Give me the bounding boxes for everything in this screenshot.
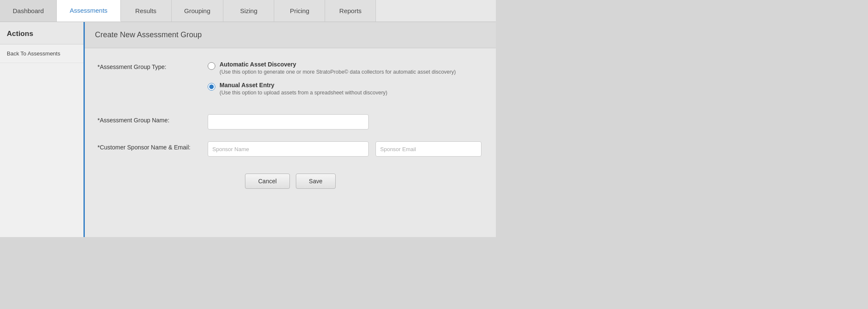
sidebar: Actions Back To Assessments — [0, 22, 85, 237]
tab-assessments[interactable]: Assessments — [57, 0, 120, 22]
content-body: *Assessment Group Type: Automatic Asset … — [85, 48, 496, 201]
sidebar-actions-header: Actions — [0, 22, 83, 44]
sidebar-item-back-to-assessments[interactable]: Back To Assessments — [0, 44, 83, 63]
tab-pricing[interactable]: Pricing — [274, 0, 325, 22]
tab-sizing[interactable]: Sizing — [223, 0, 274, 22]
sponsor-name-input[interactable] — [208, 141, 369, 157]
sponsor-email-input[interactable] — [376, 141, 481, 157]
sponsor-controls — [208, 141, 483, 157]
radio-automatic-label-block: Automatic Asset Discovery (Use this opti… — [220, 61, 456, 75]
radio-automatic[interactable] — [208, 62, 215, 70]
radio-manual-label-block: Manual Asset Entry (Use this option to u… — [220, 82, 387, 96]
content-header: Create New Assessment Group — [85, 22, 496, 48]
form-row-group-name: *Assessment Group Name: — [97, 114, 483, 130]
radio-manual[interactable] — [208, 83, 215, 91]
cancel-button[interactable]: Cancel — [245, 174, 290, 189]
radio-automatic-title[interactable]: Automatic Asset Discovery — [220, 61, 456, 68]
group-name-input[interactable] — [208, 114, 369, 130]
nav-tabs: Dashboard Assessments Results Grouping S… — [0, 0, 496, 22]
content-area: Create New Assessment Group *Assessment … — [85, 22, 496, 237]
tab-results[interactable]: Results — [121, 0, 172, 22]
radio-option-automatic: Automatic Asset Discovery (Use this opti… — [208, 61, 483, 75]
tab-dashboard[interactable]: Dashboard — [0, 0, 57, 22]
tab-reports[interactable]: Reports — [325, 0, 376, 22]
group-type-label: *Assessment Group Type: — [97, 61, 208, 70]
tab-grouping[interactable]: Grouping — [172, 0, 224, 22]
form-row-sponsor: *Customer Sponsor Name & Email: — [97, 141, 483, 157]
radio-manual-desc: (Use this option to upload assets from a… — [220, 90, 387, 96]
radio-manual-title[interactable]: Manual Asset Entry — [220, 82, 387, 88]
save-button[interactable]: Save — [296, 174, 336, 189]
main-layout: Actions Back To Assessments Create New A… — [0, 22, 496, 237]
radio-automatic-desc: (Use this option to generate one or more… — [220, 69, 456, 75]
radio-option-manual: Manual Asset Entry (Use this option to u… — [208, 82, 483, 96]
form-row-group-type: *Assessment Group Type: Automatic Asset … — [97, 61, 483, 102]
group-name-controls — [208, 114, 483, 130]
buttons-row: Cancel Save — [97, 174, 483, 189]
sponsor-label: *Customer Sponsor Name & Email: — [97, 141, 208, 151]
group-type-controls: Automatic Asset Discovery (Use this opti… — [208, 61, 483, 102]
sponsor-inputs-row — [208, 141, 483, 157]
group-name-label: *Assessment Group Name: — [97, 114, 208, 124]
